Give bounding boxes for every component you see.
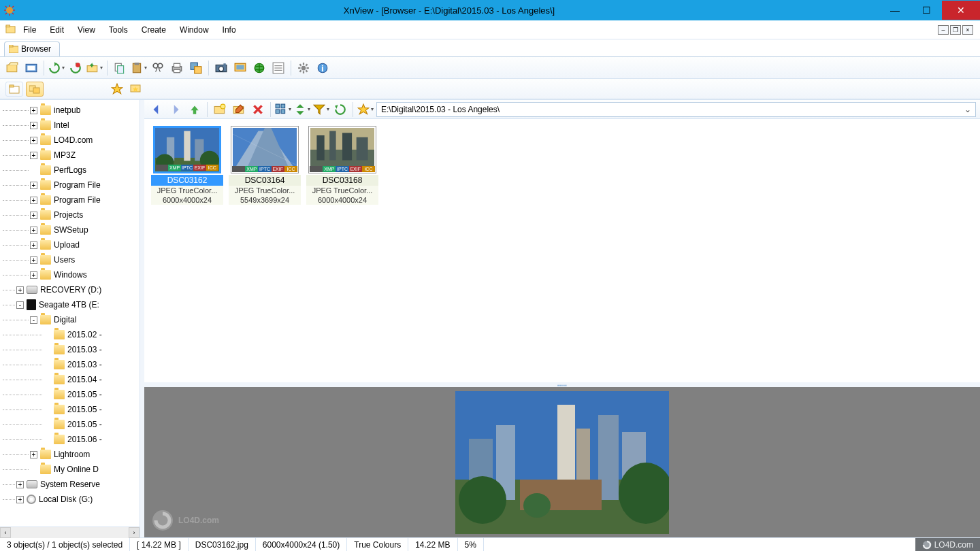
refresh-view-button[interactable] [332, 101, 348, 118]
filter-button[interactable] [313, 101, 329, 118]
expander-icon[interactable]: + [30, 197, 37, 204]
tree-item[interactable]: +Projects [0, 207, 140, 222]
tree-item[interactable]: 2015.03 - [0, 342, 140, 357]
side-tab-tree[interactable] [5, 82, 23, 97]
tree-item[interactable]: +SWSetup [0, 222, 140, 237]
tree-hscrollbar[interactable]: ‹ › [0, 527, 140, 537]
settings-button[interactable] [295, 60, 312, 76]
favorite-button[interactable] [357, 101, 374, 118]
tree-item[interactable]: +Local Disk (G:) [0, 492, 140, 507]
tree-item[interactable]: 2015.06 - [0, 432, 140, 447]
folder-tree[interactable]: +inetpub+Intel+LO4D.com+MP3ZPerfLogs+Pro… [0, 100, 140, 527]
view-mode-button[interactable] [275, 101, 291, 118]
thumbnail-grid[interactable]: XMPIPTCEXIFICCDSC03162JPEG TrueColor...6… [144, 119, 980, 387]
expander-icon[interactable]: + [30, 137, 37, 144]
expander-icon[interactable]: + [16, 496, 24, 503]
close-button[interactable]: ✕ [942, 1, 980, 20]
list-button[interactable] [270, 60, 287, 76]
expander-icon[interactable]: - [16, 301, 24, 309]
tree-item[interactable]: -Seagate 4TB (E: [0, 297, 140, 312]
expander-icon[interactable]: + [30, 227, 37, 234]
expander-icon[interactable]: + [30, 212, 37, 219]
thumbnail-item[interactable]: XMPIPTCEXIFICCDSC03162JPEG TrueColor...6… [151, 126, 223, 205]
back-button[interactable] [148, 101, 165, 118]
tree-item[interactable]: +RECOVERY (D:) [0, 282, 140, 297]
refresh-red-button[interactable] [67, 60, 84, 76]
tree-item[interactable]: 2015.05 - [0, 417, 140, 432]
info-button[interactable]: i [314, 60, 331, 76]
slideshow-button[interactable] [232, 60, 248, 76]
refresh-button[interactable] [48, 60, 65, 76]
expander-icon[interactable]: + [30, 152, 37, 159]
scroll-right-button[interactable]: › [129, 527, 140, 538]
maximize-button[interactable]: ☐ [911, 1, 942, 20]
web-button[interactable] [251, 60, 267, 76]
thumbnail-item[interactable]: XMPIPTCEXIFICCDSC03164JPEG TrueColor...5… [229, 126, 301, 205]
fav-add-button[interactable] [109, 81, 125, 97]
expander-icon[interactable]: + [16, 481, 24, 488]
new-folder-button[interactable] [212, 101, 228, 118]
fav-folder-button[interactable] [128, 81, 144, 97]
batch-button[interactable] [188, 60, 204, 76]
forward-button[interactable] [167, 101, 184, 118]
tree-item[interactable]: +Intel [0, 118, 140, 133]
expander-icon[interactable]: + [30, 271, 37, 279]
tree-item[interactable]: +Program File [0, 193, 140, 207]
tree-item[interactable]: PerfLogs [0, 163, 140, 178]
paste-button[interactable] [131, 60, 147, 76]
tree-item[interactable]: 2015.05 - [0, 387, 140, 402]
tree-item[interactable]: +Windows [0, 267, 140, 282]
expander-icon[interactable]: + [30, 256, 37, 264]
sort-button[interactable] [294, 101, 310, 118]
side-tab-folders[interactable] [26, 82, 44, 97]
menu-window[interactable]: Window [173, 22, 216, 37]
menu-file[interactable]: File [16, 22, 43, 37]
horizontal-splitter[interactable]: ▪▪▪▪▪ [144, 382, 980, 384]
minimize-button[interactable]: — [879, 1, 911, 20]
mdi-restore[interactable]: ❐ [950, 25, 961, 35]
open-button[interactable] [4, 60, 20, 76]
camera-button[interactable] [213, 60, 229, 76]
delete-button[interactable] [250, 101, 266, 118]
address-bar[interactable]: E:\Digital\2015.03 - Los Angeles\ ⌄ [376, 102, 976, 117]
expander-icon[interactable]: + [30, 182, 37, 189]
expander-icon[interactable]: + [16, 286, 24, 294]
up-folder-button[interactable] [86, 60, 103, 76]
tree-item[interactable]: 2015.05 - [0, 402, 140, 417]
menu-create[interactable]: Create [135, 22, 173, 37]
mdi-close[interactable]: × [962, 25, 973, 35]
menu-view[interactable]: View [71, 22, 102, 37]
tree-item[interactable]: 2015.02 - [0, 327, 140, 342]
tree-item[interactable]: -Digital [0, 312, 140, 327]
tree-item[interactable]: +Lightroom [0, 447, 140, 462]
tree-item[interactable]: My Online D [0, 462, 140, 477]
expander-icon[interactable]: - [30, 316, 37, 324]
thumbnail-item[interactable]: XMPIPTCEXIFICCDSC03168JPEG TrueColor...6… [306, 126, 378, 205]
tab-browser[interactable]: Browser [4, 41, 60, 56]
up-button[interactable] [186, 101, 203, 118]
address-dropdown-icon[interactable]: ⌄ [964, 105, 971, 114]
copy-button[interactable] [112, 60, 128, 76]
print-button[interactable] [169, 60, 185, 76]
tree-item[interactable]: 2015.03 - [0, 357, 140, 372]
screenshot-button[interactable] [23, 60, 39, 76]
menu-info[interactable]: Info [216, 22, 243, 37]
expander-icon[interactable]: + [30, 451, 37, 458]
tree-item[interactable]: +Upload [0, 237, 140, 252]
mdi-minimize[interactable]: – [938, 25, 949, 35]
tree-item[interactable]: 2015.04 - [0, 372, 140, 387]
tree-item[interactable]: +Users [0, 252, 140, 267]
menu-tools[interactable]: Tools [102, 22, 135, 37]
expander-icon[interactable]: + [30, 107, 37, 114]
tree-item[interactable]: +LO4D.com [0, 133, 140, 148]
tree-item[interactable]: +Program File [0, 178, 140, 193]
tree-item[interactable]: +System Reserve [0, 477, 140, 492]
tree-item[interactable]: +MP3Z [0, 148, 140, 163]
rename-button[interactable] [231, 101, 247, 118]
menu-edit[interactable]: Edit [43, 22, 71, 37]
expander-icon[interactable]: + [30, 241, 37, 249]
expander-icon[interactable]: + [30, 122, 37, 129]
tree-item[interactable]: +inetpub [0, 103, 140, 118]
scroll-left-button[interactable]: ‹ [0, 527, 11, 538]
search-button[interactable] [150, 60, 166, 76]
